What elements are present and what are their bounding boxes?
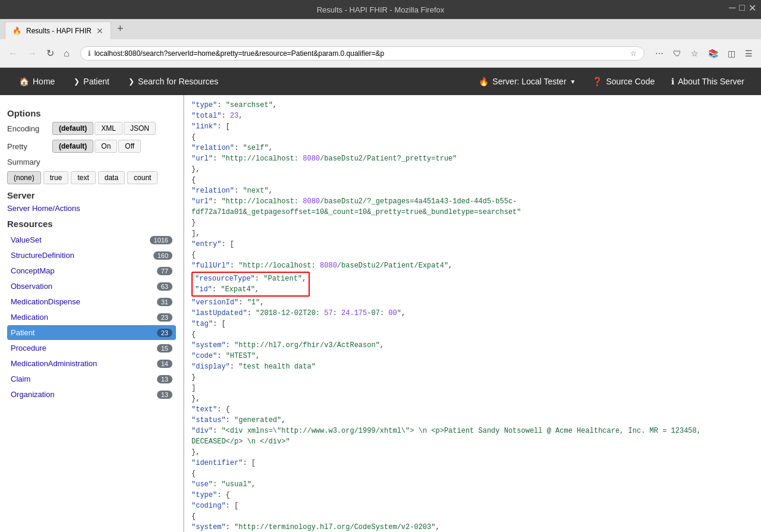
resource-badge: 31 bbox=[157, 298, 172, 306]
resource-item-claim[interactable]: Claim 13 bbox=[7, 372, 176, 386]
main-layout: Options Encoding (default) XML JSON Pret… bbox=[0, 95, 761, 532]
pretty-off-btn[interactable]: Off bbox=[118, 140, 141, 153]
resources-list: ValueSet 1016 StructureDefinition 160 Co… bbox=[7, 232, 176, 402]
refresh-button[interactable]: ↻ bbox=[43, 45, 58, 61]
nav-home[interactable]: 🏠 Home bbox=[10, 70, 64, 93]
resource-name: Procedure bbox=[11, 344, 46, 352]
nav-search[interactable]: ❯ Search for Resources bbox=[119, 70, 228, 93]
summary-data-btn[interactable]: data bbox=[98, 171, 125, 184]
encoding-json-btn[interactable]: JSON bbox=[124, 122, 156, 135]
restore-btn[interactable]: □ bbox=[739, 2, 745, 14]
options-title: Options bbox=[7, 108, 176, 118]
close-btn[interactable]: ✕ bbox=[749, 2, 756, 14]
json-line: }, bbox=[191, 447, 754, 458]
tab-favicon: 🔥 bbox=[12, 27, 21, 35]
home-button[interactable]: ⌂ bbox=[60, 46, 73, 61]
resource-name: Patient bbox=[11, 328, 34, 337]
dropdown-icon: ▼ bbox=[570, 78, 576, 85]
browser-titlebar: Results - HAPI FHIR - Mozilla Firefox ─ … bbox=[0, 0, 761, 19]
source-code-btn[interactable]: ❓ Source Code bbox=[585, 72, 662, 91]
json-line: } bbox=[191, 372, 754, 383]
resource-badge: 13 bbox=[157, 375, 172, 383]
json-line: }, bbox=[191, 164, 754, 175]
nav-search-label: Search for Resources bbox=[138, 77, 218, 86]
resource-name: Medication bbox=[11, 313, 48, 322]
resource-name: MedicationDispense bbox=[11, 297, 80, 306]
tab-close-btn[interactable]: ✕ bbox=[96, 26, 103, 36]
bookmark-icon[interactable]: ☆ bbox=[630, 49, 637, 58]
pretty-default-btn[interactable]: (default) bbox=[52, 140, 93, 153]
json-line: "display": "test health data" bbox=[191, 361, 754, 372]
sidebar-toggle-btn[interactable]: ◫ bbox=[724, 46, 739, 61]
json-line: } bbox=[191, 218, 754, 228]
about-btn[interactable]: ℹ About This Server bbox=[664, 72, 751, 91]
summary-count-btn[interactable]: count bbox=[127, 171, 158, 184]
server-label: Server: Local Tester bbox=[492, 77, 566, 86]
active-tab[interactable]: 🔥 Results - HAPI FHIR ✕ bbox=[5, 21, 111, 39]
new-tab-button[interactable]: + bbox=[114, 23, 127, 35]
json-line: "link": [ bbox=[191, 121, 754, 132]
json-line: "system": "http://hl7.org/fhir/v3/ActRea… bbox=[191, 340, 754, 351]
browser-controls: ← → ↻ ⌂ ℹ ☆ ⋯ 🛡 ☆ 📚 ◫ ☰ bbox=[0, 39, 761, 68]
summary-none-btn[interactable]: (none) bbox=[7, 171, 41, 184]
about-label: About This Server bbox=[678, 77, 744, 86]
resource-item-procedure[interactable]: Procedure 15 bbox=[7, 341, 176, 355]
star-btn[interactable]: ☆ bbox=[687, 46, 702, 61]
json-line: { bbox=[191, 250, 754, 260]
json-line: "entry": [ bbox=[191, 239, 754, 250]
library-btn[interactable]: 📚 bbox=[705, 46, 722, 61]
shield-icon-btn[interactable]: 🛡 bbox=[669, 46, 685, 61]
resource-name: MedicationAdministration bbox=[11, 359, 97, 368]
json-line: "coding": [ bbox=[191, 500, 754, 511]
chevron-icon: ❯ bbox=[74, 77, 80, 86]
pretty-label: Pretty bbox=[7, 142, 49, 151]
resource-badge: 160 bbox=[153, 251, 172, 260]
json-line: "status": "generated", bbox=[191, 415, 754, 426]
url-input[interactable] bbox=[95, 49, 627, 58]
app-nav: 🏠 Home ❯ Patient ❯ Search for Resources … bbox=[0, 68, 761, 95]
minimize-btn[interactable]: ─ bbox=[729, 2, 735, 14]
json-line: "code": "HTEST", bbox=[191, 351, 754, 361]
resource-item-observation[interactable]: Observation 63 bbox=[7, 279, 176, 294]
resource-badge: 23 bbox=[157, 329, 172, 337]
json-line: "type": { bbox=[191, 490, 754, 500]
resource-item-organization[interactable]: Organization 13 bbox=[7, 387, 176, 402]
more-tools-btn[interactable]: ⋯ bbox=[652, 46, 667, 61]
menu-btn[interactable]: ☰ bbox=[741, 46, 756, 61]
json-line: "system": "http://terminology.hl7.org/Co… bbox=[191, 522, 754, 532]
resource-item-conceptmap[interactable]: ConceptMap 77 bbox=[7, 263, 176, 278]
json-line: "identifier": [ bbox=[191, 458, 754, 468]
resource-badge: 77 bbox=[157, 267, 172, 275]
resource-item-medication[interactable]: Medication 23 bbox=[7, 310, 176, 325]
resource-item-structuredefinition[interactable]: StructureDefinition 160 bbox=[7, 248, 176, 263]
encoding-btn-group: (default) XML JSON bbox=[52, 122, 156, 135]
server-home-link[interactable]: Server Home/Actions bbox=[7, 204, 176, 213]
resource-badge: 23 bbox=[157, 313, 172, 322]
resource-name: StructureDefinition bbox=[11, 251, 74, 260]
forward-button[interactable]: → bbox=[24, 46, 40, 61]
summary-text-btn[interactable]: text bbox=[71, 171, 95, 184]
encoding-xml-btn[interactable]: XML bbox=[95, 122, 122, 135]
summary-true-btn[interactable]: true bbox=[43, 171, 69, 184]
server-btn[interactable]: 🔥 Server: Local Tester ▼ bbox=[471, 72, 583, 91]
source-code-label: Source Code bbox=[606, 77, 655, 86]
encoding-label: Encoding bbox=[7, 124, 49, 133]
resource-item-valueset[interactable]: ValueSet 1016 bbox=[7, 232, 176, 247]
json-line: ], bbox=[191, 228, 754, 239]
nav-patient[interactable]: ❯ Patient bbox=[64, 70, 119, 93]
resource-item-medicationadministration[interactable]: MedicationAdministration 14 bbox=[7, 356, 176, 371]
nav-right: 🔥 Server: Local Tester ▼ ❓ Source Code ℹ… bbox=[471, 72, 751, 91]
encoding-default-btn[interactable]: (default) bbox=[52, 122, 93, 135]
summary-label: Summary bbox=[7, 158, 49, 166]
json-highlight-box: "resourceType": "Patient", "id": "Expat4… bbox=[191, 272, 310, 297]
resource-item-patient[interactable]: Patient 23 bbox=[7, 325, 176, 340]
resource-badge: 63 bbox=[157, 282, 172, 291]
json-line: { bbox=[191, 132, 754, 143]
info-icon: ℹ bbox=[671, 77, 674, 86]
tab-bar: 🔥 Results - HAPI FHIR ✕ + bbox=[0, 19, 761, 39]
resource-name: Organization bbox=[11, 390, 55, 399]
pretty-on-btn[interactable]: On bbox=[95, 140, 117, 153]
back-button[interactable]: ← bbox=[5, 46, 21, 61]
pretty-row: Pretty (default) On Off bbox=[7, 140, 176, 153]
resource-item-medicationdispense[interactable]: MedicationDispense 31 bbox=[7, 294, 176, 309]
